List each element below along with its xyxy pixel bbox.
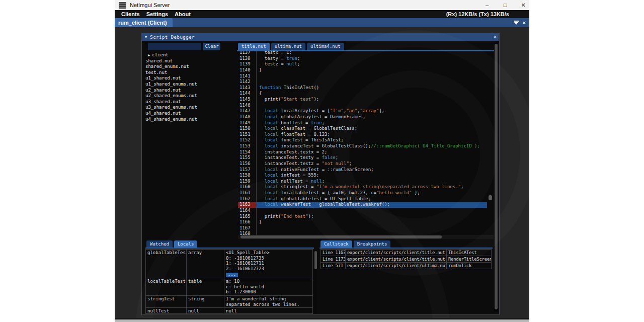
line-number[interactable]: 1155 [238,155,257,161]
code-line[interactable]: 1159 local nullTest = null; [238,179,487,185]
code-horizontal-scrollbar-thumb[interactable] [240,235,442,238]
menu-item-clients[interactable]: Clients [121,11,140,17]
expand-more-button[interactable]: ... [226,273,238,277]
code-line[interactable]: 1158 local intTest = 555; [238,173,487,179]
locals-row[interactable]: nullTestnullnull [146,308,312,314]
code-line[interactable]: 1147 local localArrayTest = ["I'm","an",… [238,108,487,114]
code-line[interactable]: 1144{ [238,91,487,97]
file-item[interactable]: u1_shared.nut [145,75,235,82]
code-line[interactable]: 1140} [238,67,487,73]
line-number[interactable]: 1147 [238,108,257,114]
callstack-row[interactable]: Line 571export/client/scripts/client/ult… [321,263,491,269]
code-line[interactable]: 1165 print("End test"); [238,214,487,220]
line-number[interactable]: 1146 [238,103,257,109]
locals-row[interactable]: stringTeststringI'm a wonderful stringse… [146,296,312,308]
line-number[interactable]: 1137 [238,51,257,56]
line-number[interactable]: 1167 [238,225,257,231]
locals-row[interactable]: globalTableTestarray<U1_Spell_Table>0: -… [146,250,312,278]
callstack-row[interactable]: Line 1163export/client/scripts/client/ti… [321,250,491,256]
line-number[interactable]: 1138 [238,56,257,62]
close-client-icon[interactable]: ✕ [522,20,526,26]
line-number[interactable]: 1142 [238,79,257,85]
code-line[interactable]: 1155 instanceTest.testy = false; [238,155,487,161]
code-line[interactable]: 1154 instanceTest.testx = 2; [238,149,487,155]
code-line[interactable]: 1148 local globalArrayTest = DaemonFrame… [238,114,487,120]
callstack-row[interactable]: Line 1173export/client/scripts/client/ti… [321,256,491,263]
line-number[interactable]: 1157 [238,167,257,173]
maximize-button[interactable]: □ [502,2,508,8]
line-number[interactable]: 1156 [238,161,257,167]
line-number[interactable]: 1162 [238,196,257,202]
menu-item-settings[interactable]: Settings [146,11,168,17]
locals-scrollbar[interactable] [314,250,317,314]
line-number[interactable]: 1148 [238,114,257,120]
code-line[interactable]: 1137 testx = 1; [238,51,487,56]
code-line[interactable]: 1167 [238,225,487,231]
code-line[interactable]: 1149 local boolTest = true; [238,120,487,126]
tab-watched[interactable]: Watched [146,240,173,248]
file-item[interactable]: u1_shared_enums.nut [145,82,235,88]
code-line[interactable]: 1145 print("Start test"); [238,97,487,103]
line-number[interactable]: 1161 [238,190,257,196]
code-line[interactable]: 1138 testy = true; [238,56,487,62]
file-item[interactable]: u2_shared.nut [145,88,235,94]
file-filter-input[interactable] [148,43,201,50]
file-item[interactable]: u2_shared_enums.nut [145,93,235,99]
line-number[interactable]: 1160 [238,184,257,190]
line-number[interactable]: 1144 [238,91,257,97]
file-item[interactable]: u3_shared_enums.nut [145,105,235,111]
code-line[interactable]: 1142 [238,79,487,85]
menu-item-about[interactable]: About [175,11,191,17]
file-item[interactable]: u4_shared_enums.nut [145,117,235,123]
script-debugger-titlebar[interactable]: ▼ Script Debugger ✕ [142,33,499,41]
code-line[interactable]: 1141 [238,73,487,79]
tab-breakpoints[interactable]: Breakpoints [354,240,391,248]
script-debugger-close-icon[interactable]: ✕ [494,33,497,41]
line-number[interactable]: 1154 [238,149,257,155]
tree-node-client[interactable]: ▶client [145,52,235,58]
line-number[interactable]: 1141 [238,73,257,79]
line-number[interactable]: 1140 [238,67,257,73]
locals-row[interactable]: localTableTesttablea: 10c: hello worldb:… [146,278,312,296]
line-number[interactable]: 1150 [238,126,257,132]
code-line[interactable]: 1166} [238,219,487,225]
window-scrollbar[interactable] [494,43,498,311]
code-line-current[interactable]: 1163 local weakrefTest = globalTableTest… [238,202,487,208]
tab-ultima4-nut[interactable]: ultima4.nut [307,43,344,50]
line-number[interactable]: 1163 [238,202,257,208]
code-vertical-scrollbar-thumb[interactable] [489,195,492,200]
line-number[interactable]: 1159 [238,179,257,185]
line-number[interactable]: 1152 [238,137,257,143]
line-number[interactable]: 1139 [238,61,257,67]
line-number[interactable]: 1151 [238,132,257,138]
clear-button[interactable]: Clear [203,43,220,50]
line-number[interactable]: 1166 [238,219,257,225]
code-line[interactable]: 1153 local instanceTest = GlobalTestClas… [238,143,487,149]
line-number[interactable]: 1149 [238,120,257,126]
code-line[interactable]: 1151 local floatTest = 0.123; [238,132,487,138]
line-number[interactable]: 1153 [238,143,257,149]
filter-icon[interactable] [514,21,519,25]
code-line[interactable]: 1156 instanceTest.testz = "not null"; [238,161,487,167]
tab-title-nut[interactable]: title.nut [238,43,270,50]
tab-callstack[interactable]: Callstack [320,240,352,248]
file-item[interactable]: test.nut [145,70,235,76]
code-line[interactable]: 1152 local funcTest = ThisIsATest; [238,137,487,143]
close-button[interactable]: ✕ [520,2,526,9]
code-line[interactable]: 1139 testz = null; [238,61,487,67]
line-number[interactable]: 1164 [238,208,257,214]
line-number[interactable]: 1143 [238,85,257,91]
file-item[interactable]: u4_shared.nut [145,111,235,117]
code-line[interactable]: 1162 local globalTableTest = U1_Spell_Ta… [238,196,487,202]
collapse-arrow-icon[interactable]: ▼ [145,35,147,39]
line-number[interactable]: 1165 [238,214,257,220]
code-line[interactable]: 1143function ThisIsATest() [238,85,487,91]
code-horizontal-scrollbar[interactable] [238,235,494,239]
locals-scrollbar-thumb[interactable] [314,251,317,269]
code-line[interactable]: 1161 local localTableTest = { a=10, b=1.… [238,190,487,196]
line-number[interactable]: 1145 [238,97,257,103]
code-line[interactable]: 1160 local stringTest = "I'm a wonderful… [238,184,487,190]
file-item[interactable]: u3_shared.nut [145,99,235,105]
tab-locals[interactable]: Locals [174,240,198,248]
tab-rum-client[interactable]: rum_client (Client) [115,18,173,27]
